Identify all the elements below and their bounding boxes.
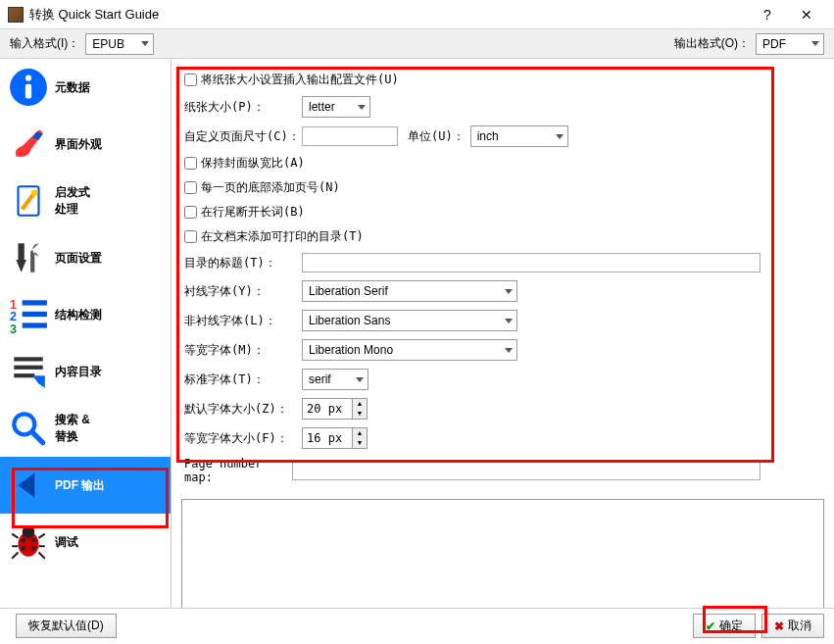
insert-paper-checkbox[interactable] <box>184 74 197 86</box>
svg-point-20 <box>31 546 35 550</box>
chevron-down-icon <box>141 41 149 46</box>
sidebar: 元数据 界面外观 启发式 处理 页面设置 123 结构检测 内容目录 搜索 & … <box>0 59 172 608</box>
bug-icon <box>8 521 49 563</box>
sidebar-item-pdf-output[interactable]: PDF 输出 <box>0 457 171 514</box>
chevron-down-icon <box>505 348 513 353</box>
svg-point-17 <box>22 538 25 542</box>
search-icon <box>8 408 49 449</box>
std-font-select[interactable]: serif <box>302 369 368 390</box>
sidebar-item-heuristic[interactable]: 启发式 处理 <box>0 173 171 229</box>
chevron-down-icon <box>358 105 366 110</box>
svg-rect-11 <box>14 357 42 361</box>
svg-rect-10 <box>23 322 47 327</box>
svg-rect-13 <box>14 373 34 377</box>
titlebar: 转换 Quick Start Guide ? ✕ <box>0 0 834 29</box>
check-icon: ✔ <box>706 619 715 633</box>
left-arrow-icon <box>8 465 49 506</box>
custom-size-input[interactable] <box>302 126 398 146</box>
custom-size-label: 自定义页面尺寸(C)： <box>184 128 302 145</box>
restore-defaults-button[interactable]: 恢复默认值(D) <box>16 614 117 638</box>
tools-icon <box>8 237 49 278</box>
svg-rect-12 <box>14 366 42 370</box>
page-num-label: 每一页的底部添加页号(N) <box>201 179 340 196</box>
format-bar: 输入格式(I)： EPUB 输出格式(O)： PDF <box>0 29 834 59</box>
app-icon <box>8 7 24 23</box>
toc-title-label: 目录的标题(T)： <box>184 255 302 272</box>
preserve-aspect-label: 保持封面纵宽比(A) <box>201 155 305 172</box>
ok-button[interactable]: ✔确定 <box>693 614 756 638</box>
spin-down-icon[interactable]: ▼ <box>353 438 367 448</box>
insert-paper-label: 将纸张大小设置插入输出配置文件(U) <box>201 72 399 88</box>
default-size-label: 默认字体大小(Z)： <box>184 401 302 418</box>
spin-down-icon[interactable]: ▼ <box>353 409 367 419</box>
spin-up-icon[interactable]: ▲ <box>353 399 367 409</box>
svg-point-19 <box>22 546 25 550</box>
svg-point-18 <box>31 538 35 542</box>
svg-rect-9 <box>23 312 47 317</box>
footer: 恢复默认值(D) ✔确定 ✖取消 <box>0 608 834 643</box>
mono-font-select[interactable]: Liberation Mono <box>302 339 517 361</box>
sans-font-select[interactable]: Liberation Sans <box>302 310 517 331</box>
mono-font-label: 等宽字体(M)： <box>184 342 302 359</box>
svg-text:3: 3 <box>10 322 17 335</box>
chevron-down-icon <box>505 319 513 323</box>
wand-icon <box>8 180 49 222</box>
serif-font-label: 衬线字体(Y)： <box>184 283 302 300</box>
cross-icon: ✖ <box>774 619 784 633</box>
svg-point-16 <box>23 525 35 538</box>
input-format-select[interactable]: EPUB <box>85 33 154 55</box>
output-format-label: 输出格式(O)： <box>674 35 750 52</box>
paper-size-label: 纸张大小(P)： <box>184 99 302 116</box>
close-button[interactable]: ✕ <box>787 7 826 23</box>
content-panel: 将纸张大小设置插入输出配置文件(U) 纸张大小(P)： letter 自定义页面… <box>172 59 834 608</box>
mono-size-label: 等宽字体大小(F)： <box>184 430 302 447</box>
sidebar-item-search-replace[interactable]: 搜索 & 替换 <box>0 400 171 457</box>
chevron-down-icon <box>356 377 364 382</box>
sidebar-item-debug[interactable]: 调试 <box>0 514 171 570</box>
sidebar-item-metadata[interactable]: 元数据 <box>0 59 171 116</box>
sidebar-item-look-feel[interactable]: 界面外观 <box>0 116 171 173</box>
output-format-select[interactable]: PDF <box>756 33 824 55</box>
paper-size-select[interactable]: letter <box>302 96 370 118</box>
brush-icon <box>8 124 49 165</box>
help-button[interactable]: ? <box>748 7 787 23</box>
mono-size-spinner[interactable]: ▲▼ <box>302 427 368 449</box>
svg-point-1 <box>25 74 31 80</box>
info-icon <box>8 67 49 108</box>
preserve-aspect-checkbox[interactable] <box>184 157 197 170</box>
chevron-down-icon <box>505 289 513 294</box>
sidebar-item-toc[interactable]: 内容目录 <box>0 343 171 400</box>
add-toc-label: 在文档末添加可打印的目录(T) <box>201 228 364 245</box>
input-format-label: 输入格式(I)： <box>10 35 79 52</box>
sidebar-item-page-setup[interactable]: 页面设置 <box>0 229 171 286</box>
toc-title-input[interactable] <box>302 253 760 272</box>
chevron-down-icon <box>811 41 819 46</box>
svg-point-4 <box>31 189 37 195</box>
toc-icon <box>8 351 49 392</box>
sans-font-label: 非衬线字体(L)： <box>184 313 302 329</box>
sidebar-item-structure[interactable]: 123 结构检测 <box>0 286 171 343</box>
spin-up-icon[interactable]: ▲ <box>353 428 367 438</box>
std-font-label: 标准字体(T)： <box>184 372 302 388</box>
default-size-spinner[interactable]: ▲▼ <box>302 398 368 420</box>
unit-select[interactable]: inch <box>470 125 568 147</box>
add-toc-checkbox[interactable] <box>184 230 197 243</box>
serif-font-select[interactable]: Liberation Serif <box>302 280 517 302</box>
page-number-map-input[interactable] <box>292 461 760 480</box>
cancel-button[interactable]: ✖取消 <box>761 614 824 638</box>
numbered-list-icon: 123 <box>8 294 49 335</box>
page-num-checkbox[interactable] <box>184 181 197 194</box>
unit-label: 单位(U)： <box>408 128 465 145</box>
break-words-label: 在行尾断开长词(B) <box>201 204 305 221</box>
extra-textarea[interactable] <box>181 499 824 608</box>
window-title: 转换 Quick Start Guide <box>29 6 748 24</box>
svg-rect-8 <box>23 300 47 305</box>
chevron-down-icon <box>556 134 564 139</box>
svg-rect-2 <box>25 84 31 99</box>
page-number-map-label: Page number map: <box>184 457 292 484</box>
break-words-checkbox[interactable] <box>184 206 197 219</box>
